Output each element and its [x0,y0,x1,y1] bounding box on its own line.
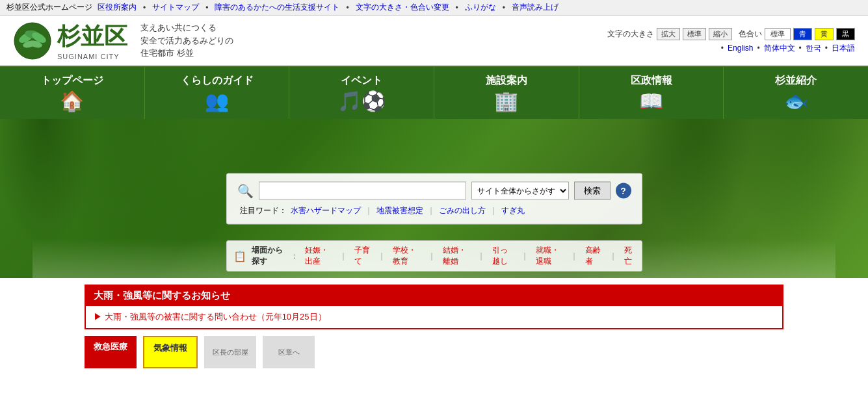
nav-life-label: くらしのガイド [181,74,254,88]
keywords-label: 注目ワード： [240,205,287,216]
alert-title: 大雨・強風等に関するお知らせ [94,290,230,301]
nav-facilities-label: 施設案内 [486,74,527,88]
card-image-placeholder-2: 区章へ [263,336,315,368]
logo-area: 杉並区 SUGINAMI CITY [13,21,127,60]
alert-header: 大雨・強風等に関するお知らせ [86,286,782,306]
keyword-earthquake[interactable]: 地震被害想定 [376,205,423,216]
cat-elderly[interactable]: 高齢者 [585,245,601,267]
top-bar: 杉並区公式ホームページ 区役所案内 • サイトマップ • 障害のあるかたへの生活… [0,0,868,16]
font-color-link[interactable]: 文字の大きさ・色合い変更 [356,2,449,13]
hero-section: 🔍 サイト全体からさがす このページ内 検索 ? 注目ワード： 水害ハザードマッ… [0,119,868,278]
category-label: 場面から探す [252,245,285,267]
search-box: 🔍 サイト全体からさがす このページ内 検索 ? 注目ワード： 水害ハザードマッ… [226,173,642,224]
nav-events-label: イベント [341,74,382,88]
nav-events[interactable]: イベント 🎵⚽ [289,67,434,119]
header: 杉並区 SUGINAMI CITY 支えあい共につくる 安全で活力あるみどりの … [0,16,868,67]
keyword-hazard-map[interactable]: 水害ハザードマップ [291,205,361,216]
search-container: 🔍 サイト全体からさがす このページ内 検索 ? 注目ワード： 水害ハザードマッ… [226,173,642,224]
nav-top-icon: 🏠 [60,92,84,111]
search-button[interactable]: 検索 [574,181,611,199]
cat-job[interactable]: 就職・退職 [536,245,563,267]
keyword-sugimaru[interactable]: すぎ丸 [501,205,525,216]
nav-events-icon: 🎵⚽ [337,92,386,111]
search-icon: 🔍 [237,183,254,198]
category-search: 📋 場面から探す ： 妊娠・出産 ｜ 子育て ｜ 学校・教育 ｜ 結婚・離婚 ｜… [226,240,642,272]
language-links: • English • 简体中文 • 한국 • 日本語 [721,43,855,54]
cat-pregnancy[interactable]: 妊娠・出産 [305,245,332,267]
font-label: 文字の大きさ [607,29,654,40]
nav-life-guide[interactable]: くらしのガイド 👥 [145,67,290,119]
lang-japanese[interactable]: 日本語 [832,43,855,54]
logo-kanji: 杉並区 [57,21,127,53]
nav-district-label: 区政情報 [631,74,672,88]
cat-marriage[interactable]: 結婚・離婚 [443,245,470,267]
furigana-link[interactable]: ふりがな [465,2,496,13]
font-small-button[interactable]: 縮小 [709,28,732,40]
search-help-button[interactable]: ? [616,183,631,198]
font-normal-button[interactable]: 標準 [683,28,706,40]
header-right: 文字の大きさ 拡大 標準 縮小 色合い 標準 青 黄 黒 • English •… [607,28,855,54]
category-icon: 📋 [233,250,246,262]
color-standard-button[interactable]: 標準 [765,28,791,40]
alert-body: 大雨・強風等の被害に関する問い合わせ（元年10月25日） [86,306,782,328]
logo-icon [13,21,52,60]
tagline: 支えあい共につくる 安全で活力あるみどりの 住宅都市 杉並 [140,21,233,60]
nav-facilities[interactable]: 施設案内 🏢 [434,67,579,119]
lang-english[interactable]: English [728,44,753,53]
nav-facilities-icon: 🏢 [494,92,518,111]
lang-chinese[interactable]: 简体中文 [764,43,795,54]
office-link[interactable]: 区役所案内 [98,2,137,13]
card-emergency[interactable]: 救急医療 [85,336,137,368]
nav-top-label: トップページ [41,74,103,88]
nav-intro-label: 杉並紹介 [775,74,817,88]
color-yellow-button[interactable]: 黄 [815,28,834,40]
cards-row: 救急医療 気象情報 区長の部屋 区章へ [85,336,783,368]
keyword-garbage[interactable]: ごみの出し方 [439,205,486,216]
logo-text-area: 杉並区 SUGINAMI CITY [57,21,127,60]
main-nav: トップページ 🏠 くらしのガイド 👥 イベント 🎵⚽ 施設案内 🏢 区政情報 📖… [0,67,868,119]
cat-death[interactable]: 死亡 [624,245,635,267]
nav-intro-icon: 🐟 [784,92,808,111]
cat-school[interactable]: 学校・教育 [393,245,420,267]
alert-section: 大雨・強風等に関するお知らせ 大雨・強風等の被害に関する問い合わせ（元年10月2… [85,285,783,329]
disability-link[interactable]: 障害のあるかたへの生活支援サイト [215,2,339,13]
logo-sub: SUGINAMI CITY [57,53,127,60]
search-row: 🔍 サイト全体からさがす このページ内 検索 ? [237,181,631,199]
lang-korean[interactable]: 한국 [806,43,821,54]
color-label: 色合い [739,29,762,40]
nav-life-icon: 👥 [205,92,229,111]
nav-top-page[interactable]: トップページ 🏠 [0,67,145,119]
font-controls: 文字の大きさ 拡大 標準 縮小 色合い 標準 青 黄 黒 [607,28,855,40]
search-scope-select[interactable]: サイト全体からさがす このページ内 [471,181,569,199]
sitemap-link[interactable]: サイトマップ [152,2,199,13]
color-blue-button[interactable]: 青 [793,28,812,40]
cat-childcare[interactable]: 子育て [354,245,371,267]
nav-district-info[interactable]: 区政情報 📖 [579,67,724,119]
card-weather[interactable]: 気象情報 [143,336,198,368]
font-large-button[interactable]: 拡大 [657,28,680,40]
voice-link[interactable]: 音声読み上げ [512,2,559,13]
color-black-button[interactable]: 黒 [836,28,855,40]
card-image-placeholder: 区長の部屋 [204,336,256,368]
search-input[interactable] [259,181,466,199]
nav-introduction[interactable]: 杉並紹介 🐟 [724,67,868,119]
cat-moving[interactable]: 引っ越し [492,245,514,267]
site-name-label: 杉並区公式ホームページ [7,2,92,13]
alert-link[interactable]: 大雨・強風等の被害に関する問い合わせ（元年10月25日） [94,312,326,322]
keywords-row: 注目ワード： 水害ハザードマップ ｜ 地震被害想定 ｜ ごみの出し方 ｜ すぎ丸 [237,205,631,216]
nav-district-icon: 📖 [639,92,663,111]
